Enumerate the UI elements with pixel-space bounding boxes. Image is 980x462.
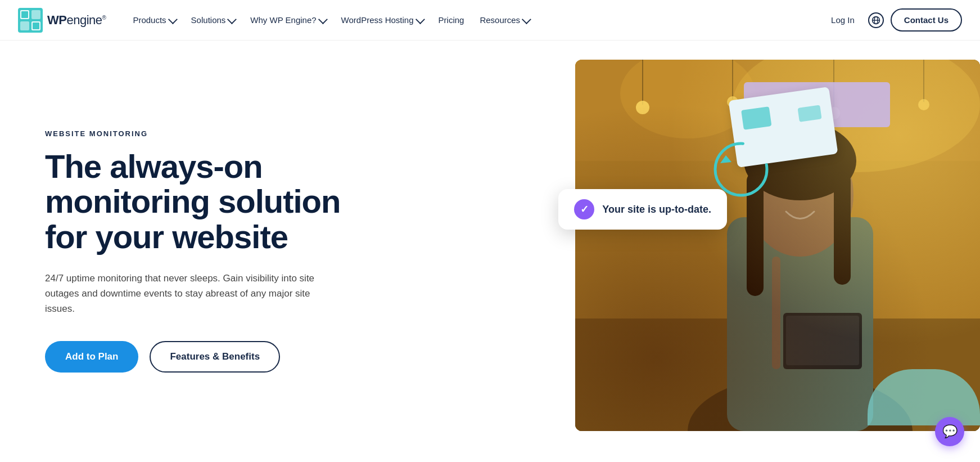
svg-rect-31 xyxy=(834,172,851,285)
svg-rect-32 xyxy=(772,257,780,369)
nav-links: Products Solutions Why WP Engine? WordPr… xyxy=(126,11,824,29)
nav-item-hosting[interactable]: WordPress Hosting xyxy=(335,11,430,29)
chevron-down-icon xyxy=(522,15,531,24)
logo-icon xyxy=(18,8,43,33)
hero-section: WEBSITE MONITORING The always-on monitor… xyxy=(0,41,980,461)
hero-category: WEBSITE MONITORING xyxy=(45,129,382,138)
svg-rect-34 xyxy=(786,316,859,365)
svg-point-10 xyxy=(715,143,767,195)
svg-rect-6 xyxy=(33,23,39,29)
svg-rect-3 xyxy=(20,21,29,30)
hero-buttons: Add to Plan Features & Benefits xyxy=(45,341,382,373)
nav-item-pricing[interactable]: Pricing xyxy=(432,11,471,29)
status-check-icon: ✓ xyxy=(574,199,594,219)
features-benefits-button[interactable]: Features & Benefits xyxy=(150,341,280,373)
chevron-down-icon xyxy=(415,15,424,24)
hero-content: WEBSITE MONITORING The always-on monitor… xyxy=(45,129,382,373)
svg-rect-2 xyxy=(31,10,40,19)
nav-right: Log In Contact Us xyxy=(824,8,962,32)
nav-item-resources[interactable]: Resources xyxy=(473,11,536,29)
logo-text: WPengine® xyxy=(47,13,106,28)
hero-title: The always-on monitoring solution for yo… xyxy=(45,149,382,255)
globe-icon[interactable] xyxy=(868,12,884,28)
svg-rect-27 xyxy=(727,217,873,431)
svg-rect-5 xyxy=(21,11,28,18)
hero-image-area: ✓ Your site is up-to-date. xyxy=(405,77,935,425)
svg-rect-24 xyxy=(575,161,980,319)
login-link[interactable]: Log In xyxy=(824,11,861,29)
chat-icon: 💬 xyxy=(942,424,958,439)
navbar: WPengine® Products Solutions Why WP Engi… xyxy=(0,0,980,41)
chevron-down-icon xyxy=(318,15,328,24)
chat-bubble-button[interactable]: 💬 xyxy=(935,417,964,446)
contact-us-button[interactable]: Contact Us xyxy=(891,8,962,32)
svg-rect-33 xyxy=(783,313,862,369)
hero-description: 24/7 uptime monitoring that never sleeps… xyxy=(45,271,326,317)
add-to-plan-button[interactable]: Add to Plan xyxy=(45,341,138,373)
nav-item-products[interactable]: Products xyxy=(126,11,182,29)
logo[interactable]: WPengine® xyxy=(18,8,106,33)
nav-item-why[interactable]: Why WP Engine? xyxy=(243,11,332,29)
svg-point-23 xyxy=(918,99,929,110)
chevron-down-icon xyxy=(168,15,178,24)
svg-point-17 xyxy=(636,101,649,114)
status-card: ✓ Your site is up-to-date. xyxy=(558,189,727,230)
chevron-down-icon xyxy=(227,15,237,24)
nav-item-solutions[interactable]: Solutions xyxy=(184,11,242,29)
status-card-text: Your site is up-to-date. xyxy=(602,204,711,216)
svg-marker-11 xyxy=(720,155,731,163)
